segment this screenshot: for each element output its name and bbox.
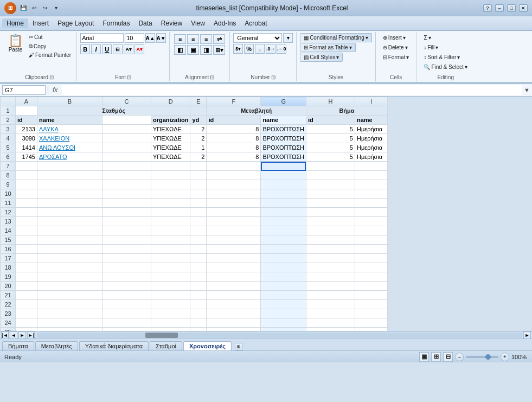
cell-f7[interactable] xyxy=(207,162,261,171)
h-scroll-thumb[interactable] xyxy=(145,333,178,338)
align-top-center-btn[interactable]: ≡ xyxy=(187,34,199,44)
cell-d4[interactable]: ΥΠΕΧΩΔΕ xyxy=(151,134,190,143)
undo-quick-btn[interactable]: ↩ xyxy=(29,3,39,13)
zoom-in-btn[interactable]: + xyxy=(501,353,509,361)
cell-d6[interactable]: ΥΠΕΧΩΔΕ xyxy=(151,152,190,162)
col-header-b[interactable]: B xyxy=(37,97,102,106)
align-center-btn[interactable]: ▣ xyxy=(187,45,199,55)
cell-e3[interactable]: 2 xyxy=(190,125,207,134)
zoom-slider[interactable] xyxy=(466,356,498,358)
normal-view-btn[interactable]: ▣ xyxy=(419,352,429,362)
cell-g7[interactable] xyxy=(261,162,306,171)
font-color-button[interactable]: A▾ xyxy=(134,44,144,54)
cell-f3[interactable]: 8 xyxy=(207,125,261,134)
menu-view[interactable]: View xyxy=(187,18,209,28)
number-format-expand-btn[interactable]: ▾ xyxy=(283,33,293,43)
number-expand-icon[interactable]: ⊡ xyxy=(271,74,275,80)
cell-h4[interactable]: 5 xyxy=(306,134,355,143)
col-header-e[interactable]: E xyxy=(190,97,207,106)
menu-data[interactable]: Data xyxy=(134,18,156,28)
scroll-last-btn[interactable]: ►| xyxy=(27,331,35,339)
formula-expand-icon[interactable]: ▼ xyxy=(524,87,530,93)
align-top-left-btn[interactable]: ≡ xyxy=(174,34,186,44)
insert-button[interactable]: ⊕ Insert ▾ xyxy=(379,33,409,42)
bold-button[interactable]: B xyxy=(80,44,90,54)
cell-b2[interactable]: name xyxy=(37,116,102,125)
font-name-input[interactable] xyxy=(80,33,124,43)
cell-g2[interactable]: name xyxy=(261,116,306,125)
cell-c7[interactable] xyxy=(102,162,151,171)
cell-b5[interactable]: ΑΝΩ ΛΟΥΣΟΙ xyxy=(37,143,102,152)
align-right-btn[interactable]: ◨ xyxy=(200,45,212,55)
paste-button[interactable]: 📋 Paste xyxy=(5,33,25,54)
cell-i3[interactable]: Ημερήσια xyxy=(355,125,387,134)
underline-button[interactable]: U xyxy=(102,44,112,54)
cell-h3[interactable]: 5 xyxy=(306,125,355,134)
cell-c4[interactable] xyxy=(102,134,151,143)
font-size-input[interactable] xyxy=(125,33,144,43)
cell-e7[interactable] xyxy=(190,162,207,171)
minimize-button[interactable]: – xyxy=(495,4,504,12)
cell-h2[interactable]: id xyxy=(306,116,355,125)
col-header-h[interactable]: H xyxy=(306,97,355,106)
col-header-a[interactable]: A xyxy=(16,97,37,106)
sort-filter-button[interactable]: ↕ Sort & Filter ▾ xyxy=(420,53,464,62)
cell-a4[interactable]: 3090 xyxy=(16,134,37,143)
cell-d2[interactable]: organization xyxy=(151,116,190,125)
fill-color-button[interactable]: A▾ xyxy=(124,44,133,54)
cell-h1-merged[interactable]: Βήμα xyxy=(306,106,387,116)
save-quick-btn[interactable]: 💾 xyxy=(18,3,28,13)
redo-quick-btn[interactable]: ↪ xyxy=(40,3,50,13)
sheet-tab-metavlites[interactable]: Μεταβλητές xyxy=(35,341,78,350)
alignment-expand-icon[interactable]: ⊡ xyxy=(210,74,214,80)
cell-i7[interactable] xyxy=(355,162,387,171)
cell-i4[interactable]: Ημερήσια xyxy=(355,134,387,143)
cell-a2[interactable]: id xyxy=(16,116,37,125)
office-button[interactable]: ⊞ xyxy=(4,2,16,14)
menu-acrobat[interactable]: Acrobat xyxy=(240,18,271,28)
cell-h5[interactable]: 5 xyxy=(306,143,355,152)
sheet-tab-xronoseries[interactable]: Χρονοσειρές xyxy=(183,341,232,350)
cell-e4[interactable]: 2 xyxy=(190,134,207,143)
cell-h7[interactable] xyxy=(306,162,355,171)
fill-button[interactable]: ↓ Fill ▾ xyxy=(420,43,442,52)
cell-e2[interactable]: yd xyxy=(190,116,207,125)
cell-f4[interactable]: 8 xyxy=(207,134,261,143)
cell-d5[interactable]: ΥΠΕΧΩΔΕ xyxy=(151,143,190,152)
border-button[interactable]: ⊟ xyxy=(113,44,123,54)
page-layout-view-btn[interactable]: ⊞ xyxy=(431,352,441,362)
format-painter-button[interactable]: 🖌 Format Painter xyxy=(27,51,73,59)
col-header-d[interactable]: D xyxy=(151,97,190,106)
horizontal-scrollbar[interactable]: |◄ ◄ ► ►| ► xyxy=(0,331,532,339)
menu-review[interactable]: Review xyxy=(157,18,187,28)
cell-a7[interactable] xyxy=(16,162,37,171)
cell-a1[interactable] xyxy=(16,106,37,116)
cell-f2[interactable]: id xyxy=(207,116,261,125)
cell-d7[interactable] xyxy=(151,162,190,171)
clipboard-expand-icon[interactable]: ⊡ xyxy=(49,74,54,80)
cell-reference-box[interactable] xyxy=(2,85,46,95)
cell-c2[interactable] xyxy=(102,116,151,125)
sheet-tab-udatika[interactable]: Υδατικά διαμερίσματα xyxy=(79,341,149,350)
cell-g3[interactable]: ΒΡΟΧΟΠΤΩΣΗ xyxy=(261,125,306,134)
cell-i5[interactable]: Ημερήσια xyxy=(355,143,387,152)
wrap-text-btn[interactable]: ⇌ xyxy=(213,34,225,44)
menu-insert[interactable]: Insert xyxy=(28,18,53,28)
cell-a6[interactable]: 1745 xyxy=(16,152,37,162)
cell-h6[interactable]: 5 xyxy=(306,152,355,162)
format-button[interactable]: ⊟ Format ▾ xyxy=(379,53,413,62)
scroll-next-btn[interactable]: ► xyxy=(18,331,26,339)
h-scroll-track[interactable] xyxy=(37,333,522,338)
format-table-button[interactable]: ⊞ Format as Table ▾ xyxy=(300,43,356,52)
italic-button[interactable]: I xyxy=(91,44,101,54)
scroll-right-end-btn[interactable]: ► xyxy=(523,331,531,339)
cell-g5[interactable]: ΒΡΟΧΟΠΤΩΣΗ xyxy=(261,143,306,152)
menu-pagelayout[interactable]: Page Layout xyxy=(53,18,98,28)
cell-b6[interactable]: ΔΡΟΣΑΤΟ xyxy=(37,152,102,162)
cell-b4[interactable]: ΧΑΛΚΕΙΟΝ xyxy=(37,134,102,143)
sheet-tab-vimata[interactable]: Βήματα xyxy=(2,341,34,350)
menu-formulas[interactable]: Formulas xyxy=(98,18,134,28)
cell-e6[interactable]: 2 xyxy=(190,152,207,162)
copy-button[interactable]: ⧉ Copy xyxy=(27,42,73,50)
cell-d3[interactable]: ΥΠΕΧΩΔΕ xyxy=(151,125,190,134)
